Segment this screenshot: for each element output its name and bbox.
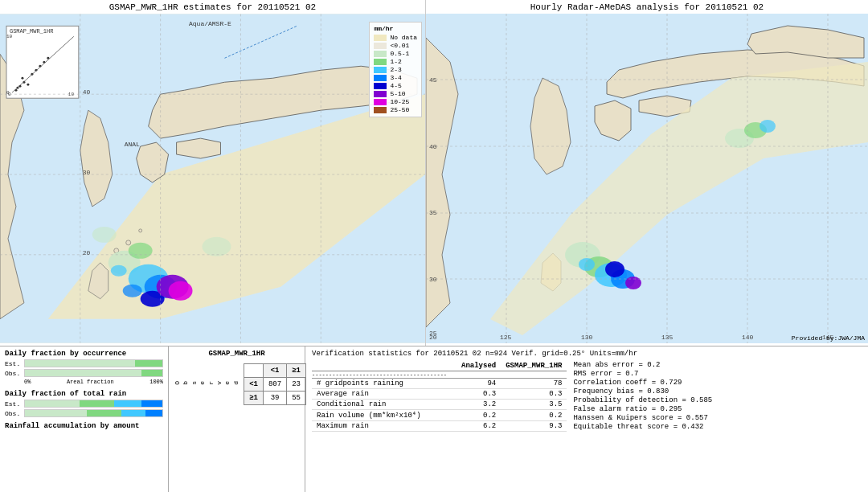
verif-row-analysed-0: 94 xyxy=(457,379,501,389)
verif-row-1: Average rain0.30.3 xyxy=(312,389,567,400)
right-panel: Hourly Radar-AMeDAS analysis for 2011052… xyxy=(426,0,868,346)
svg-point-3 xyxy=(139,229,142,232)
rain-est-fill4 xyxy=(141,400,162,407)
aqua-label: Aqua/AMSR-E xyxy=(189,20,231,27)
verif-row-gsmap-0: 78 xyxy=(501,379,567,389)
svg-point-12 xyxy=(111,265,127,277)
legend-item-lt001: <0.01 xyxy=(374,42,417,49)
svg-text:140: 140 xyxy=(742,334,754,341)
occurrence-est-fill2 xyxy=(135,360,162,367)
verif-row-analysed-3: 0.2 xyxy=(457,410,501,421)
stat-line-2: Correlation coeff = 0.729 xyxy=(573,379,734,387)
row-header2: ≥1 xyxy=(244,392,264,405)
svg-text:135: 135 xyxy=(661,334,674,341)
svg-text:10: 10 xyxy=(68,92,75,97)
svg-point-13 xyxy=(203,237,231,256)
left-map-area: GSMAP_MWR_1HR 0 xyxy=(0,14,425,343)
verif-row-label-3: Rain volume (mm*km²x10⁴) xyxy=(312,410,457,421)
right-panel-title: Hourly Radar-AMeDAS analysis for 2011052… xyxy=(426,0,868,14)
verif-row-label-4: Maximum rain xyxy=(312,421,457,432)
svg-point-51 xyxy=(625,277,641,289)
svg-point-11 xyxy=(123,285,142,297)
occurrence-obs-row: Obs. xyxy=(5,369,163,377)
occurrence-title: Daily fraction by occurrence xyxy=(5,350,163,358)
occurrence-obs-fill2 xyxy=(141,370,162,376)
legend-item-05-1: 0.5-1 xyxy=(374,50,417,57)
occurrence-est-row: Est. xyxy=(5,359,163,367)
right-map-svg: 45 40 35 30 25 125 130 135 140 145 20 xyxy=(426,14,868,343)
verif-row-gsmap-3: 0.2 xyxy=(501,410,567,421)
occurrence-chart: Daily fraction by occurrence Est. Obs. xyxy=(5,350,163,385)
legend-item-25-50: 25-50 xyxy=(374,106,417,113)
rain-est-fill3 xyxy=(114,400,141,407)
legend-box: mm/hr No data <0.01 0.5-1 xyxy=(369,22,422,117)
svg-text:40: 40 xyxy=(429,143,437,150)
main-container: GSMAP_MWR_1HR estimates for 20110521 02 xyxy=(0,0,868,492)
svg-text:20: 20 xyxy=(83,249,91,256)
rain-obs-row: Obs. xyxy=(5,409,163,417)
provided-by-label: Provided by:JWA/JMA xyxy=(792,334,865,342)
verif-row-gsmap-4: 9.3 xyxy=(501,421,567,432)
svg-point-2 xyxy=(126,240,131,245)
stat-line-5: False alarm ratio = 0.295 xyxy=(573,405,734,413)
verif-row-analysed-2: 3.2 xyxy=(457,400,501,410)
verif-row-4: Maximum rain6.29.3 xyxy=(312,421,567,432)
svg-point-5 xyxy=(129,243,153,259)
legend-item-nodata: No data xyxy=(374,34,417,41)
occurrence-obs-fill xyxy=(25,370,141,376)
svg-text:10: 10 xyxy=(6,34,13,39)
est-label-1: Est. xyxy=(5,360,24,367)
svg-text:35: 35 xyxy=(429,209,437,216)
verif-row-gsmap-2: 3.5 xyxy=(501,400,567,410)
stat-line-4: Probability of detection = 0.585 xyxy=(573,396,734,404)
verif-row-label-2: Conditional rain xyxy=(312,400,457,410)
svg-point-14 xyxy=(92,227,117,243)
col-header1: <1 xyxy=(263,364,286,378)
verif-row-label-0: # gridpoints raining xyxy=(312,379,457,389)
contingency-title: GSMAP_MWR_1HR xyxy=(174,350,300,358)
obs-label-2: Obs. xyxy=(5,410,24,417)
verif-header: Verification statistics for 20110521 02 … xyxy=(312,350,862,358)
verif-col-gsmap: GSMAP_MWR_1HR xyxy=(501,361,567,371)
svg-text:125: 125 xyxy=(500,334,512,341)
occurrence-est-track xyxy=(24,359,163,367)
rain-est-row: Est. xyxy=(5,400,163,408)
occurrence-est-fill xyxy=(25,360,135,367)
bottom-right: Verification statistics for 20110521 02 … xyxy=(305,346,868,492)
rain-obs-fill4 xyxy=(145,410,162,416)
row-header1: <1 xyxy=(244,378,264,392)
svg-text:ANAL: ANAL xyxy=(125,141,140,148)
bottom-left: Daily fraction by occurrence Est. Obs. xyxy=(0,346,169,492)
left-panel-title: GSMAP_MWR_1HR estimates for 20110521 02 xyxy=(0,0,425,14)
svg-text:GSMAP_MWR_1HR: GSMAP_MWR_1HR xyxy=(10,28,53,35)
observed-label: Observed xyxy=(174,381,240,385)
legend-item-3-4: 3-4 xyxy=(374,74,417,81)
rain-obs-track xyxy=(24,409,163,417)
top-row: GSMAP_MWR_1HR estimates for 20110521 02 xyxy=(0,0,868,346)
bottom-middle: GSMAP_MWR_1HR Observed <1 ≥1 <1 807 23 xyxy=(169,346,305,492)
occurrence-axis: 0% Areal fraction 100% xyxy=(5,379,163,385)
rain-obs-fill3 xyxy=(121,410,146,416)
verif-row-gsmap-1: 0.3 xyxy=(501,389,567,400)
legend-item-2-3: 2-3 xyxy=(374,66,417,73)
rain-obs-fill1 xyxy=(25,410,87,416)
legend-item-5-10: 5-10 xyxy=(374,90,417,97)
stat-line-1: RMS error = 0.7 xyxy=(573,370,734,378)
accumulation-title: Rainfall accumulation by amount xyxy=(5,422,163,430)
col-header2: ≥1 xyxy=(287,364,306,378)
est-label-2: Est. xyxy=(5,400,24,408)
rain-est-track xyxy=(24,400,163,408)
verif-col-label xyxy=(312,361,457,371)
total-rain-title: Daily fraction of total rain xyxy=(5,390,163,398)
verif-row-3: Rain volume (mm*km²x10⁴)0.20.2 xyxy=(312,410,567,421)
stat-line-0: Mean abs error = 0.2 xyxy=(573,361,734,369)
svg-text:30: 30 xyxy=(83,169,91,176)
svg-point-50 xyxy=(605,261,624,277)
stats-right: Mean abs error = 0.2RMS error = 0.7Corre… xyxy=(573,361,734,432)
total-rain-chart: Daily fraction of total rain Est. Obs. xyxy=(5,390,163,417)
svg-point-23 xyxy=(21,77,23,80)
svg-point-10 xyxy=(169,281,193,301)
accumulation-chart: Rainfall accumulation by amount xyxy=(5,422,163,430)
occurrence-obs-track xyxy=(24,369,163,377)
verif-row-0: # gridpoints raining9478 xyxy=(312,379,567,389)
